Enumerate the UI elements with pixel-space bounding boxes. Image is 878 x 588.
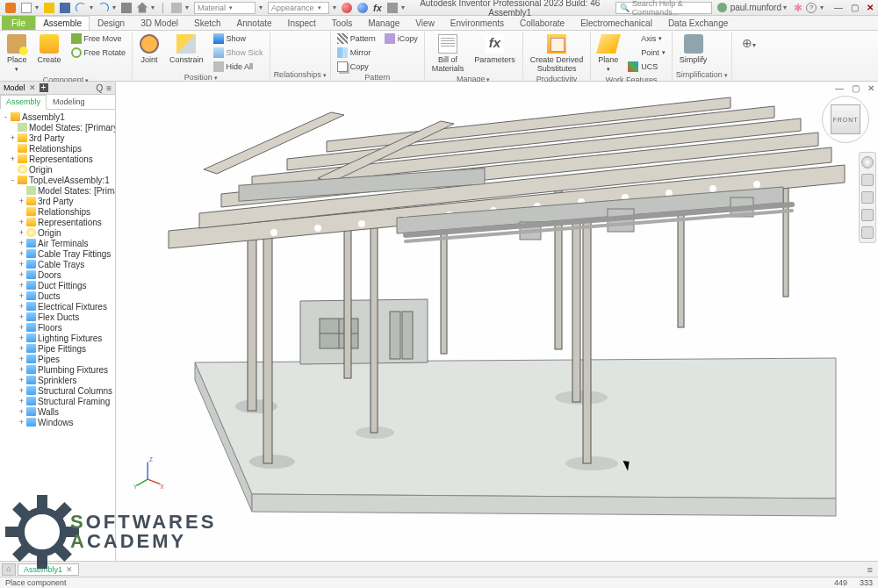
expand-icon[interactable]: + <box>18 291 25 300</box>
expand-icon[interactable]: + <box>18 218 25 226</box>
tree-node[interactable]: +Representations <box>0 154 115 164</box>
tab-assembly[interactable]: Assembly <box>0 95 47 110</box>
style-icon[interactable] <box>171 3 182 13</box>
hide-all-button[interactable]: Hide All <box>211 61 266 73</box>
dropdown-icon[interactable]: ▾ <box>820 4 824 11</box>
document-tab[interactable]: Assembly1✕ <box>18 563 79 576</box>
expand-icon[interactable]: + <box>18 228 25 237</box>
ribbon-tab-manage[interactable]: Manage <box>360 16 407 30</box>
tree-node[interactable]: +3rd Party <box>0 133 115 143</box>
ribbon-tab-data-exchange[interactable]: Data Exchange <box>660 16 736 30</box>
material-combo[interactable]: Material▾ <box>194 2 255 14</box>
expand-icon[interactable]: + <box>18 312 25 321</box>
app-icon[interactable] <box>5 3 16 13</box>
tree-node[interactable]: Origin <box>0 164 115 175</box>
expand-icon[interactable]: + <box>18 397 25 405</box>
ribbon-tab-environments[interactable]: Environments <box>443 16 512 30</box>
show-button[interactable]: Show <box>211 32 266 45</box>
joint-button[interactable]: Joint <box>136 32 162 66</box>
tree-node[interactable]: +Flex Ducts <box>0 312 115 322</box>
viewport[interactable]: — ▢ ✕ FRONT <box>116 82 878 561</box>
point-button[interactable]: Point ▾ <box>625 47 668 59</box>
tree-node[interactable]: Model States: [Primary] <box>0 122 115 133</box>
ucs-button[interactable]: UCS <box>625 61 668 73</box>
tree-node[interactable]: +Windows <box>0 417 115 427</box>
expand-icon[interactable]: + <box>18 376 25 384</box>
tree-node[interactable]: Relationships <box>0 206 115 217</box>
browser-add-icon[interactable]: + <box>40 83 48 92</box>
tree-node[interactable]: Model States: [Primary] <box>0 185 115 196</box>
parameters-button[interactable]: fxParameters <box>471 32 519 66</box>
tree-node[interactable]: +3rd Party <box>0 196 115 206</box>
tree-node[interactable]: +Ducts <box>0 290 115 301</box>
expand-icon[interactable]: + <box>9 154 17 163</box>
tree-node[interactable]: Relationships <box>0 143 115 154</box>
expand-icon[interactable]: - <box>9 176 17 184</box>
material-icon[interactable] <box>357 3 368 13</box>
expand-icon[interactable]: + <box>18 418 25 427</box>
expand-icon[interactable]: + <box>18 197 25 205</box>
simplify-button[interactable]: Simplify <box>676 32 711 66</box>
undo-icon[interactable] <box>76 3 86 13</box>
bom-button[interactable]: Bill of Materials <box>428 32 468 75</box>
copy-button[interactable]: Copy <box>335 61 378 73</box>
expand-icon[interactable]: + <box>18 260 25 269</box>
tree-node[interactable]: +Cable Trays <box>0 259 115 269</box>
ribbon-tab-inspect[interactable]: Inspect <box>280 16 324 30</box>
expand-icon[interactable]: + <box>18 281 25 290</box>
expand-icon[interactable]: + <box>18 239 25 247</box>
free-move-button[interactable]: Free Move <box>68 32 129 45</box>
ribbon-tab-annotate[interactable]: Annotate <box>229 16 280 30</box>
free-rotate-button[interactable]: Free Rotate <box>68 47 129 59</box>
expand-icon[interactable]: + <box>18 365 25 374</box>
dropdown-icon[interactable]: ▾ <box>90 4 93 11</box>
expand-icon[interactable]: + <box>18 355 25 363</box>
ribbon-tab-design[interactable]: Design <box>90 16 133 30</box>
tree-node[interactable]: +Cable Tray Fittings <box>0 248 115 259</box>
ribbon-tab-view[interactable]: View <box>407 16 443 30</box>
select-icon[interactable] <box>121 3 132 13</box>
new-icon[interactable] <box>21 3 32 13</box>
tab-modeling[interactable]: Modeling <box>47 95 91 109</box>
tree-node[interactable]: +Floors <box>0 322 115 333</box>
expand-icon[interactable]: - <box>2 112 10 121</box>
expand-icon[interactable]: + <box>18 344 25 353</box>
close-tab-icon[interactable]: ✕ <box>66 565 73 574</box>
expand-icon[interactable]: + <box>18 407 25 416</box>
expand-icon[interactable]: + <box>18 302 25 311</box>
dropdown-icon[interactable]: ▾ <box>112 4 116 11</box>
favorite-icon[interactable]: ✱ <box>794 2 802 14</box>
help-icon[interactable]: ? <box>806 3 817 13</box>
measure-icon[interactable] <box>387 3 398 13</box>
menu-icon[interactable]: ≡ <box>106 83 112 93</box>
ribbon-tab-collaborate[interactable]: Collaborate <box>512 16 572 30</box>
tree-node[interactable]: +Structural Framing <box>0 396 115 406</box>
tree-node[interactable]: +Walls <box>0 406 115 417</box>
tree-node[interactable]: +Lighting Fixtures <box>0 333 115 343</box>
tree-node[interactable]: +Pipes <box>0 354 115 364</box>
dropdown-icon[interactable]: ▾ <box>151 4 155 11</box>
tabs-menu-icon[interactable]: ≡ <box>867 564 873 575</box>
color-icon[interactable] <box>342 3 352 13</box>
icopy-button[interactable]: iCopy <box>382 32 421 45</box>
expand-icon[interactable]: + <box>18 270 25 279</box>
close-button[interactable]: ✕ <box>862 3 878 12</box>
more-button[interactable]: ⊕▾ <box>736 32 762 55</box>
home-tab-button[interactable]: ⌂ <box>2 563 16 576</box>
plane-button[interactable]: Plane▾ <box>594 32 622 75</box>
tree-node[interactable]: -TopLevelAssembly:1 <box>0 175 115 185</box>
ribbon-tab-electromechanical[interactable]: Electromechanical <box>572 16 660 30</box>
model-tree[interactable]: -Assembly1Model States: [Primary]+3rd Pa… <box>0 110 115 561</box>
help-search-input[interactable]: 🔍Search Help & Commands... <box>615 2 712 14</box>
tree-node[interactable]: +Plumbing Fixtures <box>0 364 115 375</box>
ribbon-tab-tools[interactable]: Tools <box>324 16 360 30</box>
pattern-button[interactable]: Pattern <box>335 32 378 45</box>
dropdown-icon[interactable]: ▾ <box>185 4 189 11</box>
appearance-combo[interactable]: Appearance▾ <box>268 2 329 14</box>
tree-node[interactable]: +Structural Columns <box>0 385 115 396</box>
open-icon[interactable] <box>44 3 54 13</box>
minimize-button[interactable]: — <box>831 3 846 12</box>
ribbon-tab-sketch[interactable]: Sketch <box>186 16 229 30</box>
tree-node[interactable]: +Sprinklers <box>0 375 115 385</box>
expand-icon[interactable]: + <box>9 133 17 142</box>
